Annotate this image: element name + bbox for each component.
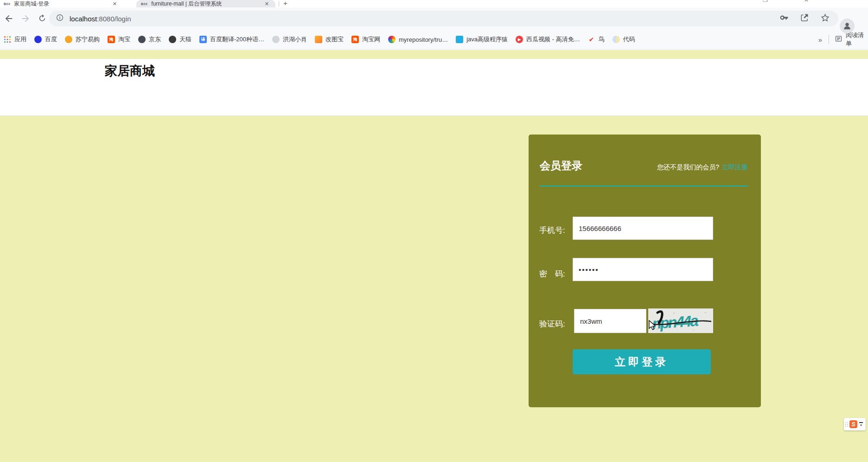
bookmark-item[interactable]: 百度 [34, 35, 57, 44]
captcha-image[interactable]: npn44a [648, 308, 713, 333]
bookmark-label: 西瓜视频 - 高清免… [526, 35, 580, 44]
login-panel: 会员登录 您还不是我们的会员?立即注册 手机号: 密 码: 验证码: npn44… [529, 135, 761, 407]
url-text[interactable]: localhost:8080/login [70, 15, 131, 23]
bookmarks-bar: 应用 百度 苏宁易购 淘 淘宝 京东 天猫 [0, 30, 868, 50]
bookmark-item[interactable]: 代码 [613, 35, 635, 44]
new-tab-button[interactable]: + [283, 0, 287, 7]
ime-menu-icon[interactable]: ▼ [859, 422, 863, 427]
password-key-icon[interactable] [779, 13, 789, 24]
bookmark-item[interactable]: ✔ 鸟 [588, 35, 605, 44]
bookmark-favicon [138, 36, 146, 43]
bookmark-label: 代码 [623, 35, 635, 44]
tab-furniture-login[interactable]: Bēē 家居商城-登录 ✕ [4, 0, 121, 7]
window-restore-icon[interactable]: ❐ [763, 0, 768, 3]
bookmarks-divider [829, 35, 829, 44]
bookmarks-overflow-chevron[interactable]: » [812, 36, 829, 44]
ime-status-widget[interactable]: S ▼ [844, 418, 866, 430]
tab-favicon: Bēē [141, 2, 147, 6]
address-bar[interactable]: localhost:8080/login [49, 11, 838, 26]
bookmark-item[interactable]: myrepository/tru… [388, 36, 448, 43]
url-host: localhost [70, 15, 97, 23]
bookmark-label: 淘宝 [118, 35, 130, 44]
phone-label: 手机号: [539, 225, 565, 236]
captcha-input[interactable] [574, 309, 646, 333]
tab-strip: Bēē 家居商城-登录 ✕ Bēē furniture-mall | 后台管理系… [0, 0, 868, 7]
reload-icon[interactable] [38, 13, 48, 24]
ime-drag-handle[interactable] [845, 422, 848, 427]
bookmark-favicon: 淘 [351, 36, 359, 43]
bookmark-favicon [34, 36, 42, 43]
bookmark-item[interactable]: ▶ 西瓜视频 - 高清免… [516, 35, 580, 44]
bookmark-label: 洪湖小肖 [283, 35, 307, 44]
tab-close-icon[interactable]: ✕ [111, 1, 119, 7]
tab-admin-system[interactable]: Bēē furniture-mall | 后台管理系统 ✕ [136, 0, 275, 7]
register-hint: 您还不是我们的会员?立即注册 [657, 163, 748, 172]
bookmark-item[interactable]: 淘 淘宝网 [351, 35, 380, 44]
bookmark-label: 百度 [45, 35, 57, 44]
site-info-icon[interactable] [56, 13, 64, 24]
url-path: :8080/login [97, 15, 131, 23]
captcha-label: 验证码: [539, 319, 565, 329]
bookmark-star-icon[interactable] [820, 13, 830, 25]
phone-input[interactable] [573, 217, 713, 240]
bookmark-label: 苏宁易购 [76, 35, 100, 44]
tab-title: furniture-mall | 后台管理系统 [151, 0, 222, 8]
bookmark-favicon [315, 36, 322, 43]
bookmark-favicon [65, 36, 72, 43]
bookmark-label: myrepository/tru… [399, 36, 448, 43]
reading-list-button[interactable]: 阅读清单 [835, 31, 868, 48]
bookmark-item[interactable]: 洪湖小肖 [272, 35, 307, 44]
bookmark-favicon: ▶ [516, 36, 523, 43]
bookmark-item[interactable]: 天猫 [169, 35, 191, 44]
forward-icon[interactable] [20, 13, 31, 24]
bookmark-item[interactable]: 译 百度翻译-200种语… [199, 35, 264, 44]
bookmark-label: 天猫 [179, 35, 191, 44]
bookmark-favicon [169, 36, 176, 43]
bookmark-label: 百度翻译-200种语… [210, 35, 264, 44]
bookmark-item[interactable]: 苏宁易购 [65, 35, 100, 44]
reading-list-label: 阅读清单 [846, 31, 868, 48]
bookmark-label: 改图宝 [326, 35, 344, 44]
bookmark-favicon [456, 36, 463, 43]
sogou-ime-icon[interactable]: S [849, 420, 857, 428]
login-button[interactable]: 立即登录 [573, 349, 711, 374]
bookmark-favicon [613, 36, 620, 43]
share-icon[interactable] [800, 13, 809, 24]
bookmark-item[interactable]: 淘 淘宝 [108, 35, 130, 44]
login-title: 会员登录 [540, 159, 582, 173]
register-link[interactable]: 立即注册 [722, 163, 748, 171]
page-body: 家居商城 会员登录 您还不是我们的会员?立即注册 手机号: 密 码: 验证码: … [0, 50, 868, 462]
bookmark-favicon [4, 36, 11, 43]
bookmark-label: 淘宝网 [362, 35, 380, 44]
profile-avatar[interactable] [840, 19, 855, 33]
bookmark-item[interactable]: 京东 [138, 35, 161, 44]
bookmark-label: 应用 [14, 35, 26, 44]
bookmarks-list: 应用 百度 苏宁易购 淘 淘宝 京东 天猫 [4, 35, 643, 44]
password-label: 密 码: [539, 269, 565, 279]
bookmark-item[interactable]: 应用 [4, 35, 26, 44]
tab-title: 家居商城-登录 [14, 0, 49, 8]
bookmark-label: 鸟 [599, 35, 605, 44]
site-header: 家居商城 [0, 59, 868, 116]
back-icon[interactable] [4, 13, 14, 24]
bookmark-favicon [388, 36, 396, 43]
browser-toolbar: localhost:8080/login [0, 7, 868, 30]
site-logo[interactable]: 家居商城 [105, 63, 155, 79]
bookmark-favicon: 译 [199, 36, 207, 43]
bookmark-favicon: 淘 [108, 36, 115, 43]
tab-separator [279, 1, 279, 6]
bookmark-item[interactable]: java高级程序猿 [456, 35, 508, 44]
mouse-cursor [648, 320, 657, 333]
bookmark-label: java高级程序猿 [466, 35, 508, 44]
window-close-icon[interactable]: ✕ [804, 0, 809, 3]
password-input[interactable] [573, 258, 713, 281]
tab-favicon: Bēē [4, 2, 10, 6]
title-divider [540, 186, 748, 186]
register-hint-text: 您还不是我们的会员? [657, 163, 719, 171]
tab-close-icon[interactable]: ✕ [263, 1, 271, 7]
bookmark-favicon [272, 36, 280, 43]
bookmark-label: 京东 [149, 35, 161, 44]
bookmark-favicon: ✔ [588, 36, 595, 43]
bookmark-item[interactable]: 改图宝 [315, 35, 344, 44]
reading-list-icon [835, 35, 842, 44]
